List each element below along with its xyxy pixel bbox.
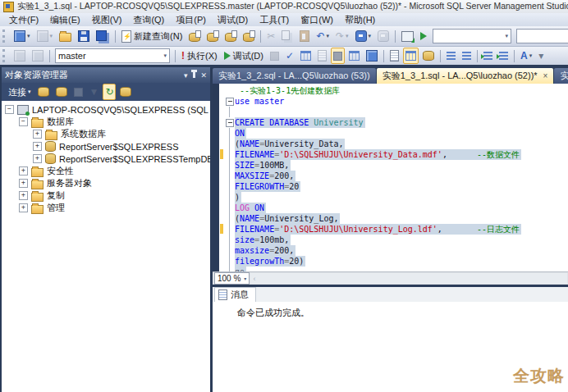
tree-expander-icon[interactable]: +: [33, 142, 42, 151]
editor-zoom-selector[interactable]: 100 % ▾: [214, 272, 250, 285]
code-line[interactable]: CREATE DATABASE University: [219, 117, 568, 128]
parse-button[interactable]: ✓: [283, 48, 296, 64]
change-connection-button[interactable]: [30, 48, 46, 64]
start-button[interactable]: [418, 28, 429, 44]
navigate-backward-button[interactable]: ▾: [353, 28, 374, 44]
fold-collapse-icon[interactable]: [224, 96, 235, 107]
code-line[interactable]: use master: [219, 96, 568, 107]
document-tab[interactable]: 实验1_3_2.sql - LA...Q5\luozhao (53)): [213, 68, 376, 84]
tree-item[interactable]: +安全性: [2, 165, 210, 177]
debug-button[interactable]: 调试(D): [222, 48, 266, 64]
uncomment-selection-button[interactable]: [460, 48, 474, 64]
tree-item[interactable]: +管理: [2, 202, 210, 214]
code-line[interactable]: (NAME=University_Data,: [219, 139, 568, 149]
pin-icon[interactable]: [193, 72, 195, 78]
code-line[interactable]: maxsize=200,: [219, 245, 568, 256]
tab-messages[interactable]: 消息: [214, 287, 256, 302]
toolbar-combo-2[interactable]: ▾: [516, 29, 568, 43]
toolbar-grip[interactable]: [2, 49, 8, 62]
code-line[interactable]: LOG ON: [219, 203, 568, 213]
client-statistics-button[interactable]: [364, 48, 380, 64]
code-line[interactable]: (NAME=University_Log,: [219, 213, 568, 224]
scroll-left-arrow-icon[interactable]: ‹: [253, 275, 255, 283]
estimated-plan-button[interactable]: [298, 48, 314, 64]
cut-button[interactable]: ✂: [264, 28, 277, 44]
disconnect-button[interactable]: [53, 84, 70, 100]
code-line[interactable]: filegrowTh=20): [219, 256, 568, 267]
save-all-button[interactable]: [94, 28, 112, 44]
toolbar-options-button[interactable]: ▾: [536, 48, 546, 64]
tree-item[interactable]: −数据库: [2, 116, 210, 128]
code-line[interactable]: go: [219, 267, 568, 271]
specify-values-button[interactable]: A▾: [518, 48, 534, 64]
chevron-down-icon[interactable]: ▾: [346, 33, 349, 39]
results-to-text-button[interactable]: [387, 48, 401, 64]
fold-collapse-icon[interactable]: [224, 117, 235, 128]
toolbar-combo-1[interactable]: ▾: [433, 29, 511, 43]
code-line[interactable]: ): [219, 192, 568, 203]
tree-expander-icon[interactable]: +: [19, 191, 28, 200]
close-icon[interactable]: ×: [543, 72, 548, 80]
code-line[interactable]: size=100mb,: [219, 235, 568, 245]
tree-expander-icon[interactable]: +: [33, 130, 42, 139]
results-to-grid-button[interactable]: [403, 48, 419, 64]
menu-item[interactable]: 窗口(W): [295, 13, 339, 26]
refresh-button[interactable]: ↻: [103, 84, 116, 100]
chevron-down-icon[interactable]: ▾: [369, 33, 372, 39]
query-options-button[interactable]: [315, 48, 329, 64]
menu-item[interactable]: 编辑(E): [44, 13, 86, 26]
close-icon[interactable]: ✕: [200, 71, 207, 80]
menu-item[interactable]: 项目(P): [170, 13, 212, 26]
code-line[interactable]: FILEGROWTH=20: [219, 181, 568, 192]
intellisense-enabled-button[interactable]: [331, 48, 345, 64]
code-line[interactable]: ON: [219, 128, 568, 139]
cancel-executing-button[interactable]: [268, 48, 282, 64]
include-actual-plan-button[interactable]: [346, 48, 362, 64]
open-file-button[interactable]: [57, 28, 74, 44]
tree-expander-icon[interactable]: −: [19, 117, 28, 126]
new-query-button[interactable]: 新建查询(N): [119, 28, 185, 44]
code-line[interactable]: FILENAME='D:\SQLSHUJU\University_Log.ldf…: [219, 224, 568, 235]
window-menu-caret-icon[interactable]: ▾: [184, 71, 188, 80]
tree-expander-icon[interactable]: +: [33, 154, 42, 163]
database-engine-query-button[interactable]: [186, 28, 203, 44]
connect-object-explorer-button[interactable]: [35, 84, 52, 100]
menu-item[interactable]: 帮助(H): [339, 13, 381, 26]
menu-item[interactable]: 文件(F): [3, 13, 44, 26]
decrease-indent-button[interactable]: [481, 48, 495, 64]
tree-item[interactable]: −LAPTOP-RCOSQVQ5\SQLEXPRESS (SQL Server …: [2, 103, 210, 116]
undo-button[interactable]: ↶▾: [314, 28, 332, 44]
activity-monitor-chart-button[interactable]: [399, 28, 416, 44]
delete-button[interactable]: [117, 84, 134, 100]
comment-selection-button[interactable]: [444, 48, 458, 64]
tree-expander-icon[interactable]: +: [19, 166, 28, 175]
tree-item[interactable]: +服务器对象: [2, 177, 210, 189]
new-connection-button[interactable]: ▾: [11, 28, 33, 44]
mdx-query-button[interactable]: [222, 28, 239, 44]
menu-item[interactable]: 查询(Q): [127, 13, 170, 26]
save-button[interactable]: [76, 28, 92, 44]
paste-button[interactable]: [297, 28, 312, 44]
chevron-down-icon[interactable]: ▾: [326, 33, 329, 39]
increase-indent-button[interactable]: [497, 48, 511, 64]
xmla-query-button[interactable]: [240, 28, 257, 44]
tree-item[interactable]: +系统数据库: [2, 128, 210, 140]
connect-button[interactable]: 连接 ▾: [6, 84, 34, 100]
tree-expander-icon[interactable]: −: [5, 105, 14, 114]
sql-editor[interactable]: --实验1-3-1先创建数据库use masterCREATE DATABASE…: [213, 84, 568, 271]
toolbar-grip[interactable]: [2, 30, 8, 43]
code-line[interactable]: SIZE=100MB,: [219, 160, 568, 171]
code-line[interactable]: MAXSIZE=200,: [219, 171, 568, 181]
chevron-down-icon[interactable]: ▾: [50, 33, 53, 39]
chevron-down-icon[interactable]: ▾: [27, 33, 30, 39]
connect-query-button[interactable]: [11, 48, 28, 64]
document-tab[interactable]: 实验1_3_1.sql - LA...Q5\luozhao (52))*×: [377, 68, 554, 84]
menu-item[interactable]: 工具(T): [254, 13, 295, 26]
available-databases-selector[interactable]: master▾: [55, 48, 170, 63]
horizontal-scrollbar[interactable]: ‹: [250, 273, 567, 284]
code-line[interactable]: [219, 107, 568, 117]
code-line[interactable]: FILENAME='D:\SQLSHUJU\University_Data.md…: [219, 149, 568, 160]
copy-button[interactable]: [279, 28, 295, 44]
chevron-down-icon[interactable]: ▾: [163, 52, 167, 59]
execute-button[interactable]: !执行(X): [179, 48, 220, 64]
